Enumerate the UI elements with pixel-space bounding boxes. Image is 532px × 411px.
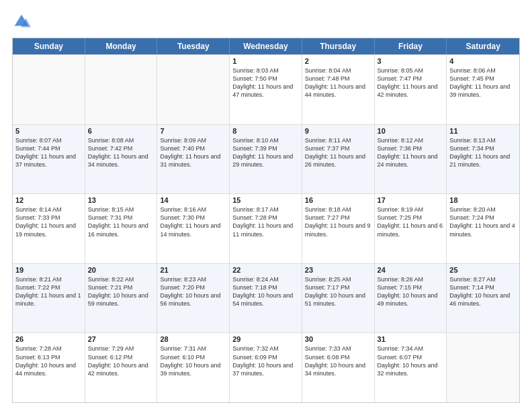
day-number: 11 — [449, 127, 517, 135]
empty-cell-r0c2 — [157, 55, 230, 124]
day-cell-31: 31Sunrise: 7:34 AM Sunset: 6:07 PM Dayli… — [375, 333, 447, 402]
day-info: Sunrise: 8:22 AM Sunset: 7:21 PM Dayligh… — [88, 275, 154, 308]
day-cell-8: 8Sunrise: 8:10 AM Sunset: 7:39 PM Daylig… — [230, 125, 302, 194]
day-cell-25: 25Sunrise: 8:27 AM Sunset: 7:14 PM Dayli… — [447, 264, 519, 333]
day-cell-12: 12Sunrise: 8:14 AM Sunset: 7:33 PM Dayli… — [13, 194, 85, 263]
day-cell-26: 26Sunrise: 7:28 AM Sunset: 6:13 PM Dayli… — [13, 333, 85, 402]
day-number: 13 — [88, 196, 154, 204]
day-number: 8 — [232, 127, 299, 135]
day-info: Sunrise: 8:13 AM Sunset: 7:34 PM Dayligh… — [449, 136, 517, 169]
empty-cell-r0c0 — [13, 55, 85, 124]
day-info: Sunrise: 8:17 AM Sunset: 7:28 PM Dayligh… — [232, 205, 299, 238]
day-info: Sunrise: 8:04 AM Sunset: 7:48 PM Dayligh… — [305, 66, 371, 99]
logo-icon — [12, 12, 31, 31]
day-info: Sunrise: 8:07 AM Sunset: 7:44 PM Dayligh… — [15, 136, 82, 169]
day-number: 20 — [88, 266, 154, 274]
header-day-thursday: Thursday — [302, 38, 375, 54]
day-cell-6: 6Sunrise: 8:08 AM Sunset: 7:42 PM Daylig… — [85, 125, 158, 194]
day-number: 25 — [449, 266, 517, 274]
day-number: 15 — [232, 196, 299, 204]
day-cell-20: 20Sunrise: 8:22 AM Sunset: 7:21 PM Dayli… — [85, 264, 158, 333]
day-cell-19: 19Sunrise: 8:21 AM Sunset: 7:22 PM Dayli… — [13, 264, 85, 333]
day-cell-28: 28Sunrise: 7:31 AM Sunset: 6:10 PM Dayli… — [157, 333, 230, 402]
day-cell-17: 17Sunrise: 8:19 AM Sunset: 7:25 PM Dayli… — [375, 194, 447, 263]
day-number: 31 — [378, 335, 444, 343]
day-cell-16: 16Sunrise: 8:18 AM Sunset: 7:27 PM Dayli… — [302, 194, 375, 263]
header-day-sunday: Sunday — [13, 38, 85, 54]
day-cell-14: 14Sunrise: 8:16 AM Sunset: 7:30 PM Dayli… — [157, 194, 230, 263]
day-cell-29: 29Sunrise: 7:32 AM Sunset: 6:09 PM Dayli… — [230, 333, 302, 402]
day-cell-18: 18Sunrise: 8:20 AM Sunset: 7:24 PM Dayli… — [447, 194, 519, 263]
calendar-body: 1Sunrise: 8:03 AM Sunset: 7:50 PM Daylig… — [13, 54, 519, 402]
day-number: 18 — [449, 196, 517, 204]
day-cell-13: 13Sunrise: 8:15 AM Sunset: 7:31 PM Dayli… — [85, 194, 158, 263]
day-number: 17 — [378, 196, 444, 204]
header-day-friday: Friday — [375, 38, 447, 54]
day-number: 9 — [305, 127, 371, 135]
day-number: 24 — [378, 266, 444, 274]
day-cell-7: 7Sunrise: 8:09 AM Sunset: 7:40 PM Daylig… — [157, 125, 230, 194]
day-info: Sunrise: 7:34 AM Sunset: 6:07 PM Dayligh… — [378, 345, 444, 377]
day-number: 21 — [160, 266, 226, 274]
day-number: 2 — [305, 57, 371, 65]
day-cell-4: 4Sunrise: 8:06 AM Sunset: 7:45 PM Daylig… — [447, 55, 519, 124]
day-number: 10 — [378, 127, 444, 135]
day-info: Sunrise: 8:14 AM Sunset: 7:33 PM Dayligh… — [15, 205, 82, 238]
calendar: SundayMondayTuesdayWednesdayThursdayFrid… — [12, 38, 520, 403]
header-day-tuesday: Tuesday — [157, 38, 230, 54]
day-number: 30 — [305, 335, 371, 343]
day-info: Sunrise: 8:24 AM Sunset: 7:18 PM Dayligh… — [232, 275, 299, 308]
day-cell-22: 22Sunrise: 8:24 AM Sunset: 7:18 PM Dayli… — [230, 264, 302, 333]
empty-cell-r4c6 — [447, 333, 519, 402]
day-number: 26 — [15, 335, 82, 343]
day-info: Sunrise: 7:28 AM Sunset: 6:13 PM Dayligh… — [15, 345, 82, 377]
day-info: Sunrise: 7:31 AM Sunset: 6:10 PM Dayligh… — [160, 345, 226, 377]
day-number: 12 — [15, 196, 82, 204]
day-info: Sunrise: 8:11 AM Sunset: 7:37 PM Dayligh… — [305, 136, 371, 169]
day-info: Sunrise: 7:32 AM Sunset: 6:09 PM Dayligh… — [232, 345, 299, 377]
day-info: Sunrise: 8:15 AM Sunset: 7:31 PM Dayligh… — [88, 205, 154, 238]
day-number: 28 — [160, 335, 226, 343]
day-cell-2: 2Sunrise: 8:04 AM Sunset: 7:48 PM Daylig… — [302, 55, 375, 124]
day-info: Sunrise: 8:27 AM Sunset: 7:14 PM Dayligh… — [449, 275, 517, 308]
day-number: 4 — [449, 57, 517, 65]
day-cell-30: 30Sunrise: 7:33 AM Sunset: 6:08 PM Dayli… — [302, 333, 375, 402]
day-cell-1: 1Sunrise: 8:03 AM Sunset: 7:50 PM Daylig… — [230, 55, 302, 124]
day-info: Sunrise: 8:08 AM Sunset: 7:42 PM Dayligh… — [88, 136, 154, 169]
calendar-row-1: 5Sunrise: 8:07 AM Sunset: 7:44 PM Daylig… — [13, 124, 519, 194]
day-cell-10: 10Sunrise: 8:12 AM Sunset: 7:36 PM Dayli… — [375, 125, 447, 194]
calendar-header: SundayMondayTuesdayWednesdayThursdayFrid… — [13, 38, 519, 54]
day-info: Sunrise: 8:20 AM Sunset: 7:24 PM Dayligh… — [449, 205, 517, 238]
day-cell-9: 9Sunrise: 8:11 AM Sunset: 7:37 PM Daylig… — [302, 125, 375, 194]
calendar-row-0: 1Sunrise: 8:03 AM Sunset: 7:50 PM Daylig… — [13, 54, 519, 124]
day-info: Sunrise: 8:12 AM Sunset: 7:36 PM Dayligh… — [378, 136, 444, 169]
day-cell-24: 24Sunrise: 8:26 AM Sunset: 7:15 PM Dayli… — [375, 264, 447, 333]
calendar-row-3: 19Sunrise: 8:21 AM Sunset: 7:22 PM Dayli… — [13, 263, 519, 333]
day-info: Sunrise: 8:03 AM Sunset: 7:50 PM Dayligh… — [232, 66, 299, 99]
day-info: Sunrise: 8:09 AM Sunset: 7:40 PM Dayligh… — [160, 136, 226, 169]
day-number: 14 — [160, 196, 226, 204]
day-info: Sunrise: 7:33 AM Sunset: 6:08 PM Dayligh… — [305, 345, 371, 377]
day-cell-21: 21Sunrise: 8:23 AM Sunset: 7:20 PM Dayli… — [157, 264, 230, 333]
day-info: Sunrise: 8:19 AM Sunset: 7:25 PM Dayligh… — [378, 205, 444, 238]
day-number: 5 — [15, 127, 82, 135]
day-info: Sunrise: 7:29 AM Sunset: 6:12 PM Dayligh… — [88, 345, 154, 377]
header-day-monday: Monday — [85, 38, 158, 54]
empty-cell-r0c1 — [85, 55, 158, 124]
page: SundayMondayTuesdayWednesdayThursdayFrid… — [0, 0, 532, 411]
day-cell-23: 23Sunrise: 8:25 AM Sunset: 7:17 PM Dayli… — [302, 264, 375, 333]
day-cell-15: 15Sunrise: 8:17 AM Sunset: 7:28 PM Dayli… — [230, 194, 302, 263]
day-number: 6 — [88, 127, 154, 135]
day-number: 29 — [232, 335, 299, 343]
day-cell-3: 3Sunrise: 8:05 AM Sunset: 7:47 PM Daylig… — [375, 55, 447, 124]
day-cell-5: 5Sunrise: 8:07 AM Sunset: 7:44 PM Daylig… — [13, 125, 85, 194]
day-number: 3 — [378, 57, 444, 65]
header-day-saturday: Saturday — [447, 38, 519, 54]
day-number: 19 — [15, 266, 82, 274]
header-day-wednesday: Wednesday — [230, 38, 302, 54]
day-info: Sunrise: 8:23 AM Sunset: 7:20 PM Dayligh… — [160, 275, 226, 308]
day-info: Sunrise: 8:21 AM Sunset: 7:22 PM Dayligh… — [15, 275, 82, 308]
day-info: Sunrise: 8:18 AM Sunset: 7:27 PM Dayligh… — [305, 205, 371, 238]
day-number: 27 — [88, 335, 154, 343]
day-number: 1 — [232, 57, 299, 65]
